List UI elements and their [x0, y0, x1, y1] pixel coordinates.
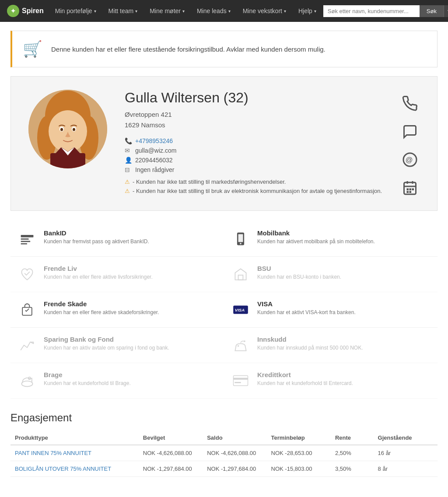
svg-rect-17	[407, 189, 409, 191]
chevron-down-icon: ▾	[314, 9, 316, 14]
brage-icon	[18, 371, 37, 390]
avatar	[28, 90, 107, 168]
mobilbank-desc: Kunden har aktivert mobilbank på sin mob…	[257, 238, 375, 245]
address-line2: 1629 Namsos	[125, 120, 383, 130]
search-dropdown-button[interactable]: ▾	[444, 5, 448, 17]
svg-rect-22	[21, 235, 34, 237]
mobilbank-title: Mobilbank	[257, 229, 375, 237]
warning-icon-2: ⚠	[125, 188, 130, 194]
bankid-title: BankID	[44, 229, 149, 237]
col-header-gjenstaende: Gjenstående	[374, 431, 438, 445]
cell-term: NOK -15,803.00	[267, 461, 331, 477]
col-header-saldo: Saldo	[203, 431, 266, 445]
advisor-value: Ingen rådgiver	[135, 166, 175, 173]
bankid-icon	[18, 229, 37, 248]
nav-hjelp[interactable]: Hjelp ▾	[293, 0, 322, 22]
sparing-desc: Kunden har en aktiv avtale om sparing i …	[44, 345, 169, 351]
cell-saldo: NOK -1,297,684.00	[203, 461, 266, 477]
frende-liv-icon	[18, 265, 37, 284]
chevron-down-icon: ▾	[284, 9, 286, 14]
warning1: ⚠ - Kunden har ikke tatt stilling til ma…	[125, 178, 383, 185]
profile-info: Gulla Wiltersen (32) Øvretoppen 421 1629…	[125, 90, 383, 197]
cart-icon: 🛒	[23, 40, 42, 58]
warning2-text: - Kunden har ikke tatt stilling til bruk…	[133, 188, 382, 194]
svg-rect-18	[410, 189, 412, 191]
brand[interactable]: ✦ Spiren	[7, 5, 44, 17]
table-row: PANT INNEN 75% ANNUITET NOK -4,626,088.0…	[10, 445, 438, 461]
address-line1: Øvretoppen 421	[125, 109, 383, 120]
email-button[interactable]: @	[400, 150, 420, 169]
cell-term: NOK -28,653.00	[267, 445, 331, 461]
kredittkort-title: Kredittkort	[257, 371, 353, 378]
frende-liv-desc: Kunden har en eller flere aktive livsfor…	[44, 274, 153, 280]
innskudd-desc: Kunden har innskudd på minst 500 000 NOK…	[257, 345, 363, 351]
sparing-icon	[18, 336, 37, 355]
search-input[interactable]	[323, 5, 420, 17]
person-inline-icon: 👤	[125, 157, 132, 164]
warning2: ⚠ - Kunden har ikke tatt stilling til br…	[125, 188, 383, 194]
warning-icon: ⚠	[125, 178, 130, 185]
visa-icon: VISA	[231, 300, 250, 319]
nav-mine-leads[interactable]: Mine leads ▾	[192, 0, 236, 22]
product-link[interactable]: BOLIGLÅN UTOVER 75% ANNUITET	[15, 466, 111, 472]
svg-rect-20	[407, 191, 409, 193]
nav-portefolje[interactable]: Min portefølje ▾	[50, 0, 102, 22]
contact-email: ✉ gulla@wiz.com	[125, 147, 383, 154]
warning1-text: - Kunden har ikke tatt stilling til mark…	[133, 178, 286, 185]
engagement-table: Produkttype Bevilget Saldo Terminbeløp R…	[10, 431, 438, 477]
chevron-down-icon: ▾	[135, 9, 137, 14]
message-button[interactable]	[400, 122, 420, 141]
svg-point-8	[60, 128, 63, 131]
engagement-title: Engasjement	[10, 412, 438, 424]
frende-skade-title: Frende Skade	[44, 300, 159, 308]
chevron-down-icon: ▾	[94, 9, 96, 14]
innskudd-title: Innskudd	[257, 336, 363, 343]
contact-advisor: ⊟ Ingen rådgiver	[125, 166, 383, 173]
svg-text:VISA: VISA	[235, 308, 245, 312]
col-header-rente: Rente	[331, 431, 374, 445]
svg-text:@: @	[406, 156, 413, 164]
col-header-term: Terminbeløp	[267, 431, 331, 445]
brand-label: Spiren	[22, 7, 44, 15]
feature-innskudd: Innskudd Kunden har innskudd på minst 50…	[224, 328, 438, 363]
cell-gjenstaende: 8 år	[374, 461, 438, 477]
contact-ssn: 👤 22094456032	[125, 157, 383, 164]
nav-mine-vekstkort[interactable]: Mine vekstkort ▾	[238, 0, 291, 22]
cell-rente: 3,50%	[331, 461, 374, 477]
logo-icon: ✦	[7, 5, 19, 17]
svg-rect-38	[233, 378, 248, 380]
contact-phone: 📞 +4798953246	[125, 137, 383, 144]
col-header-product: Produkttype	[10, 431, 139, 445]
phone-link[interactable]: +4798953246	[135, 137, 173, 144]
call-button[interactable]	[400, 94, 420, 113]
visa-title: VISA	[257, 300, 356, 308]
brage-title: Brage	[44, 371, 131, 378]
svg-rect-21	[410, 191, 412, 193]
phone-inline-icon: 📞	[125, 137, 132, 144]
alert-banner: 🛒 Denne kunden har et eller flere utestå…	[10, 31, 438, 67]
email-value: gulla@wiz.com	[135, 147, 176, 154]
profile-address: Øvretoppen 421 1629 Namsos	[125, 109, 383, 130]
search-area: Søk ▾	[323, 5, 448, 17]
svg-rect-39	[234, 382, 241, 383]
calendar-button[interactable]	[400, 178, 420, 197]
chevron-down-icon: ▾	[182, 9, 185, 14]
svg-rect-37	[233, 375, 248, 385]
visa-desc: Kunden har et aktivt VISA-kort fra banke…	[257, 309, 356, 315]
search-button[interactable]: Søk	[420, 5, 444, 17]
navbar: ✦ Spiren Min portefølje ▾ Mitt team ▾ Mi…	[0, 0, 448, 22]
svg-point-5	[49, 110, 87, 152]
features-section: BankID Kunden har fremvist pass og aktiv…	[10, 221, 438, 399]
feature-bsu: BSU Kunden har en BSU-konto i banken.	[224, 257, 438, 292]
feature-mobilbank: Mobilbank Kunden har aktivert mobilbank …	[224, 221, 438, 257]
profile-contacts: 📞 +4798953246 ✉ gulla@wiz.com 👤 22094456…	[125, 137, 383, 173]
advisor-inline-icon: ⊟	[125, 166, 132, 173]
profile-name: Gulla Wiltersen (32)	[125, 90, 383, 106]
product-link[interactable]: PANT INNEN 75% ANNUITET	[15, 450, 91, 456]
nav-mitt-team[interactable]: Mitt team ▾	[103, 0, 143, 22]
profile-actions: @	[400, 90, 420, 197]
nav-mine-moter[interactable]: Mine møter ▾	[144, 0, 190, 22]
table-row: BOLIGLÅN UTOVER 75% ANNUITET NOK -1,297,…	[10, 461, 438, 477]
profile-card: Gulla Wiltersen (32) Øvretoppen 421 1629…	[10, 76, 438, 211]
cell-gjenstaende: 16 år	[374, 445, 438, 461]
